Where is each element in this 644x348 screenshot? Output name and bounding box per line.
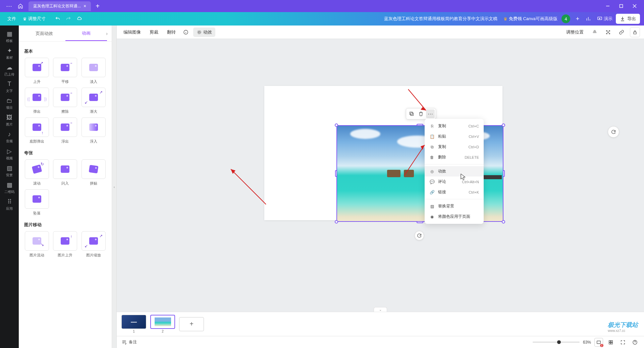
image-icon: 🖼 — [6, 114, 12, 121]
ctx-shortcut: Ctrl+V — [469, 135, 479, 139]
anim-pan[interactable]: → — [53, 58, 77, 77]
rail-qrcode[interactable]: ▩二维码 — [1, 180, 17, 195]
cloud-sync-icon[interactable] — [74, 13, 85, 24]
grid-view-icon[interactable] — [606, 338, 615, 347]
zoom-value[interactable]: 63% — [583, 340, 591, 345]
flip-button[interactable]: 翻转 — [164, 28, 178, 37]
home-button[interactable] — [16, 1, 25, 11]
user-avatar[interactable]: 4 — [561, 14, 570, 23]
window-maximize-button[interactable] — [614, 1, 628, 11]
titlebar: ⋯ 蓝灰色理工科论文答辩通... × + — [0, 0, 644, 12]
notes-button[interactable]: 备注 — [121, 339, 137, 345]
upgrade-button[interactable]: ♛ 免费领 Canva可画高级版 — [503, 16, 557, 22]
page-thumbnail-2[interactable]: 2 — [150, 315, 175, 333]
sync-rotate-button[interactable] — [415, 231, 424, 240]
app-menu-dots[interactable]: ⋯ — [3, 2, 16, 10]
anim-rise[interactable]: ↗ — [25, 58, 49, 77]
tab-animation[interactable]: 动画 — [65, 26, 107, 41]
tab-page-animation[interactable]: 页面动效 — [23, 27, 65, 41]
crown-icon: ♛ — [503, 16, 507, 21]
analytics-button[interactable] — [583, 13, 594, 24]
ctx-paste[interactable]: 📋粘贴Ctrl+V — [425, 131, 484, 142]
sparkle-icon — [197, 30, 202, 35]
zoom-slider-thumb[interactable] — [557, 340, 561, 344]
anim-tumble[interactable] — [25, 189, 49, 209]
panel-body[interactable]: 基本 ↗上升 →平移 淡入 (())弹出 →擦除 ↗↙渐大 ↑底部弹出 →浮出 … — [19, 42, 112, 348]
ctx-duplicate[interactable]: ⧉复制Ctrl+D — [425, 142, 484, 152]
transparency-icon[interactable] — [603, 27, 613, 37]
anim-photo-flow[interactable]: ↘ — [25, 231, 49, 251]
anim-tile[interactable] — [82, 159, 106, 179]
anim-drift-in[interactable] — [82, 117, 106, 137]
resize-button[interactable]: ♛ 调整尺寸 — [19, 14, 49, 23]
window-minimize-button[interactable] — [601, 1, 614, 11]
rail-label: 音频 — [6, 139, 13, 144]
add-member-button[interactable]: + — [572, 13, 583, 24]
ctx-label: 动效 — [438, 168, 476, 174]
add-comment-button[interactable] — [608, 126, 619, 138]
anim-grow[interactable]: ↗↙ — [82, 88, 106, 107]
canvas-area: 编辑图像 剪裁 翻转 动效 调整位置 — [117, 26, 644, 348]
rail-text[interactable]: T文字 — [1, 79, 17, 95]
help-icon[interactable] — [631, 338, 639, 347]
file-menu[interactable]: 文件 — [4, 14, 19, 23]
anim-photo-zoom[interactable]: ↗↙ — [82, 231, 106, 251]
ctx-comment[interactable]: 💬评论Ctrl+Alt+N — [425, 177, 484, 187]
window-close-button[interactable] — [628, 1, 641, 11]
anim-flash[interactable] — [53, 159, 77, 179]
ctx-apply-color[interactable]: ◉将颜色应用于页面 — [425, 211, 484, 222]
delete-icon[interactable] — [417, 109, 425, 118]
folder-icon: 🗀 — [6, 97, 12, 104]
fullscreen-icon[interactable] — [619, 338, 627, 347]
rail-templates[interactable]: ▦模板 — [1, 29, 17, 44]
anim-drift-out[interactable]: → — [53, 117, 77, 137]
edit-image-button[interactable]: 编辑图像 — [121, 28, 144, 37]
new-tab-button[interactable]: + — [96, 2, 100, 10]
svg-rect-26 — [611, 342, 613, 344]
rail-background[interactable]: ▨背景 — [1, 163, 17, 179]
more-icon[interactable]: ⋯ — [426, 109, 435, 118]
ctx-copy[interactable]: ⎘复制Ctrl+C — [425, 121, 484, 131]
present-button[interactable]: 演示 — [594, 14, 616, 23]
anim-baseline[interactable]: ↑ — [25, 117, 49, 137]
rail-audio[interactable]: ♪音频 — [1, 130, 17, 145]
page-thumbnail-1[interactable]: ▬▬▬ 1 — [121, 315, 146, 333]
undo-button[interactable] — [52, 13, 63, 24]
canvas-viewport[interactable]: ⋯ ⎘复制Ctrl+C 📋粘贴Ctrl+V ⧉复制Ctrl+D 🗑删除DELET… — [117, 39, 644, 312]
export-button[interactable]: 导出 — [616, 14, 640, 24]
document-tab[interactable]: 蓝灰色理工科论文答辩通... × — [29, 1, 91, 11]
layers-icon[interactable] — [590, 27, 600, 37]
position-button[interactable]: 调整位置 — [564, 28, 586, 37]
anim-wipe[interactable]: → — [53, 88, 77, 107]
effects-button[interactable]: 动效 — [193, 28, 215, 37]
zoom-slider[interactable] — [533, 342, 580, 343]
link-icon[interactable] — [616, 27, 627, 37]
rail-video[interactable]: ▷视频 — [1, 146, 17, 162]
tab-close-icon[interactable]: × — [84, 3, 86, 9]
rail-projects[interactable]: 🗀项目 — [1, 96, 17, 111]
info-icon[interactable] — [182, 28, 190, 36]
lock-icon[interactable] — [630, 27, 640, 37]
ctx-replace-bg[interactable]: ▨替换背景 — [425, 201, 484, 211]
redo-button[interactable] — [63, 13, 74, 24]
pages-count-icon[interactable] — [594, 338, 603, 347]
pages-strip-toggle[interactable]: ⌄ — [374, 307, 387, 312]
rail-elements[interactable]: ✦素材 — [1, 46, 17, 61]
anim-pop[interactable]: (()) — [25, 88, 49, 107]
ctx-link[interactable]: 🔗链接Ctrl+K — [425, 187, 484, 197]
panel-collapse-handle[interactable]: ‹ — [112, 26, 117, 348]
duplicate-icon[interactable] — [407, 109, 416, 118]
rail-uploads[interactable]: ☁已上传 — [1, 62, 17, 78]
rail-photos[interactable]: 🖼图片 — [1, 113, 17, 128]
ctx-delete[interactable]: 🗑删除DELETE — [425, 152, 484, 162]
chevron-right-icon[interactable]: › — [106, 31, 108, 36]
anim-fade[interactable] — [82, 58, 106, 77]
ctx-effects[interactable]: ◎动效 — [425, 166, 484, 177]
document-title[interactable]: 蓝灰色理工科论文答辩通用模板简约教育分享中文演示文稿 — [384, 16, 497, 22]
add-page-button[interactable]: + — [179, 317, 204, 331]
crop-button[interactable]: 剪裁 — [147, 28, 161, 37]
anim-photo-rise[interactable]: ↑ — [53, 231, 77, 251]
rail-apps[interactable]: ⠿应用 — [1, 197, 17, 212]
palette-icon: ◉ — [429, 214, 435, 219]
anim-roll[interactable]: ↻ — [25, 159, 49, 179]
